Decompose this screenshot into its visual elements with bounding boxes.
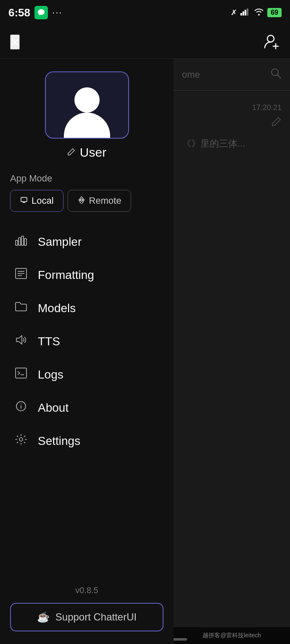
svg-rect-3 bbox=[243, 11, 244, 16]
volume-icon bbox=[13, 334, 29, 349]
status-time: 6:58 bbox=[8, 6, 30, 19]
remote-mode-button[interactable]: Remote bbox=[68, 190, 131, 212]
status-dots: ··· bbox=[52, 7, 62, 18]
remote-mode-icon bbox=[77, 196, 86, 206]
about-label: About bbox=[38, 401, 69, 415]
info-icon bbox=[13, 400, 29, 415]
wechat-icon bbox=[34, 6, 48, 19]
bar-chart-icon bbox=[13, 234, 29, 249]
wifi-icon bbox=[254, 8, 264, 18]
sidebar-item-tts[interactable]: TTS bbox=[10, 325, 163, 358]
edit-icon bbox=[67, 147, 76, 158]
message-edit-icon bbox=[182, 116, 282, 129]
main-layout: User App Mode Local bbox=[0, 59, 290, 644]
right-panel: ome 17:20:21 《》里的三体... bbox=[174, 59, 290, 644]
version-text: v0.8.5 bbox=[10, 586, 163, 595]
svg-rect-4 bbox=[245, 10, 246, 16]
sampler-label: Sampler bbox=[38, 235, 82, 249]
right-panel-header: ome bbox=[174, 59, 290, 91]
user-name-row[interactable]: User bbox=[67, 145, 106, 160]
remote-mode-label: Remote bbox=[89, 195, 121, 206]
message-preview: 《》里的三体... bbox=[182, 137, 282, 150]
right-panel-title: ome bbox=[182, 69, 200, 80]
close-button[interactable]: × bbox=[10, 34, 20, 50]
battery-icon: 69 bbox=[267, 8, 282, 17]
sidebar: User App Mode Local bbox=[0, 59, 174, 644]
support-label: Support ChatterUI bbox=[55, 611, 137, 623]
local-mode-label: Local bbox=[32, 195, 54, 206]
right-panel-message: 17:20:21 《》里的三体... bbox=[174, 91, 290, 163]
formatting-label: Formatting bbox=[38, 268, 94, 282]
watermark-text: 越拼客@雷科技leitech bbox=[203, 632, 261, 639]
svg-rect-22 bbox=[16, 368, 26, 378]
svg-point-26 bbox=[21, 404, 21, 405]
svg-rect-14 bbox=[18, 238, 21, 245]
message-time: 17:20:21 bbox=[182, 103, 282, 112]
svg-rect-9 bbox=[21, 197, 27, 202]
svg-point-6 bbox=[267, 35, 274, 42]
sidebar-item-logs[interactable]: Logs bbox=[10, 358, 163, 391]
models-label: Models bbox=[38, 302, 76, 315]
svg-rect-16 bbox=[24, 239, 26, 245]
terminal-icon bbox=[13, 367, 29, 382]
avatar-head bbox=[74, 87, 100, 113]
svg-rect-13 bbox=[16, 240, 18, 245]
svg-marker-21 bbox=[16, 336, 22, 344]
local-mode-icon bbox=[20, 196, 28, 206]
sidebar-item-models[interactable]: Models bbox=[10, 292, 163, 325]
sidebar-item-sampler[interactable]: Sampler bbox=[10, 225, 163, 258]
watermark: 越拼客@雷科技leitech bbox=[174, 627, 290, 644]
top-bar: × bbox=[0, 25, 290, 59]
local-mode-button[interactable]: Local bbox=[10, 190, 63, 212]
folder-icon bbox=[13, 301, 29, 315]
sidebar-item-formatting[interactable]: Formatting bbox=[10, 258, 163, 292]
user-name: User bbox=[80, 145, 106, 160]
sidebar-item-about[interactable]: About bbox=[10, 391, 163, 424]
logs-label: Logs bbox=[38, 368, 63, 381]
status-left: 6:58 ··· bbox=[8, 6, 62, 19]
search-icon bbox=[270, 67, 282, 82]
gear-icon bbox=[13, 434, 29, 448]
add-user-button[interactable] bbox=[263, 33, 280, 51]
bluetooth-icon: ✗ bbox=[229, 8, 237, 17]
avatar-section: User bbox=[10, 71, 163, 160]
svg-line-29 bbox=[277, 75, 281, 78]
avatar-body bbox=[64, 113, 110, 138]
svg-rect-15 bbox=[21, 236, 24, 245]
menu-list: Sampler Formatting bbox=[10, 225, 163, 581]
status-bar: 6:58 ··· ✗ bbox=[0, 0, 290, 25]
settings-label: Settings bbox=[38, 434, 80, 448]
tts-label: TTS bbox=[38, 335, 60, 348]
signal-icon bbox=[240, 8, 250, 18]
list-icon bbox=[13, 268, 29, 282]
sidebar-item-settings[interactable]: Settings bbox=[10, 424, 163, 457]
svg-rect-5 bbox=[247, 8, 248, 16]
support-button[interactable]: ☕ Support ChatterUI bbox=[10, 603, 163, 631]
avatar-container bbox=[45, 71, 129, 139]
support-icon: ☕ bbox=[37, 611, 50, 623]
status-right: ✗ 69 bbox=[229, 8, 282, 18]
avatar-person bbox=[64, 72, 110, 138]
svg-rect-2 bbox=[240, 13, 242, 16]
svg-point-27 bbox=[19, 438, 23, 441]
app-mode-label: App Mode bbox=[10, 173, 52, 184]
mode-toggle: Local Remote bbox=[10, 190, 163, 212]
